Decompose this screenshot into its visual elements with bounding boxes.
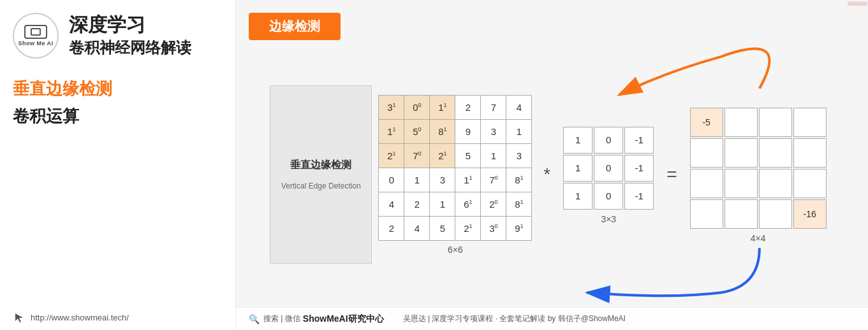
matrix-cell: 4 — [506, 95, 532, 119]
matrix-cell: 81 — [430, 119, 455, 143]
bottom-search: 搜索 | 微信 — [263, 313, 300, 324]
matrix-cell: 1 — [430, 192, 455, 216]
result-container: -5-16 4×4 — [689, 106, 828, 243]
matrix-cell: 1 — [404, 168, 430, 192]
result-cell — [690, 138, 723, 168]
matrix-cell: 70 — [481, 168, 506, 192]
matrix-cell: 81 — [506, 168, 532, 192]
result-cell — [690, 199, 723, 229]
kernel-cell: 1 — [563, 183, 592, 210]
result-cell — [759, 199, 792, 229]
matrix-cell: 20 — [481, 192, 506, 216]
kernel-cell: 1 — [563, 155, 592, 182]
matrix-cell: 2 — [379, 216, 404, 240]
kernel-cell: -1 — [624, 155, 654, 182]
result-cell — [759, 108, 792, 137]
desc-line1: 垂直边缘检测 — [290, 156, 351, 175]
matrix-cell: 4 — [404, 216, 430, 240]
kernel-label: 3×3 — [601, 214, 616, 224]
search-icon: 🔍 — [249, 314, 260, 324]
matrix-cell: 11 — [455, 168, 481, 192]
footer-link[interactable]: http://www.showmeai.tech/ — [13, 311, 223, 324]
matrix-6x6-label: 6×6 — [448, 245, 463, 255]
matrix-cell: 2 — [404, 192, 430, 216]
left-panel: Show Me AI 深度学习 卷积神经网络解读 垂直边缘检测 卷积运算 htt… — [0, 0, 236, 330]
matrix-6x6-container: 3100112741150819312170215130131170814216… — [378, 95, 532, 255]
result-cell — [690, 169, 723, 198]
kernel-cell: -1 — [624, 127, 654, 154]
result-cell: -16 — [793, 199, 827, 229]
matrix-cell: 3 — [481, 119, 506, 143]
matrix-cell: 70 — [404, 143, 430, 168]
cursor-icon — [13, 311, 26, 324]
matrix-cell: 5 — [455, 143, 481, 168]
matrix-cell: 21 — [455, 216, 481, 240]
label-convolution: 卷积运算 — [13, 105, 223, 127]
result-cell — [759, 169, 792, 198]
matrix-cell: 2 — [455, 95, 481, 119]
matrix-cell: 61 — [455, 192, 481, 216]
label-vertical-edge: 垂直边缘检测 — [13, 78, 223, 100]
result-cell — [725, 108, 758, 137]
title-sub: 卷积神经网络解读 — [69, 38, 191, 57]
section-labels: 垂直边缘检测 卷积运算 — [13, 78, 223, 127]
matrix-cell: 3 — [506, 143, 532, 168]
matrix-cell: 9 — [455, 119, 481, 143]
matrix-cell: 1 — [506, 119, 532, 143]
logo-icon — [24, 25, 47, 39]
bottom-bar: 🔍 搜索 | 微信 ShowMeAI研究中心 吴恩达 | 深度学习专项课程 · … — [236, 307, 868, 330]
result-cell — [725, 138, 758, 168]
matrix-cell: 5 — [430, 216, 455, 240]
result-label: 4×4 — [751, 233, 766, 243]
kernel-cell: 0 — [594, 155, 623, 182]
logo-text: Show Me AI — [18, 40, 53, 47]
result-cell — [725, 169, 758, 198]
logo-circle: Show Me AI — [13, 13, 59, 59]
desc-line2: Vertical Edge Detection — [281, 180, 361, 194]
multiply-operator: * — [538, 164, 555, 185]
kernel-cell: 0 — [594, 183, 623, 210]
main-area: 边缘检测 ShowMeAI 垂直边缘检测 Vertical Edge Detec… — [236, 0, 868, 330]
matrix-cell: 3 — [430, 168, 455, 192]
footer-url: http://www.showmeai.tech/ — [31, 313, 129, 322]
matrix-cell: 91 — [506, 216, 532, 240]
title-block: 深度学习 卷积神经网络解读 — [69, 13, 191, 57]
content-row: 垂直边缘检测 Vertical Edge Detection 310011274… — [236, 0, 868, 330]
top-badge: 边缘检测 — [249, 13, 341, 40]
kernel-cell: 1 — [563, 127, 592, 154]
matrix-cell: 21 — [379, 143, 404, 168]
result-cell — [759, 138, 792, 168]
kernel-container: 10-110-110-1 3×3 — [562, 126, 655, 224]
matrix-cell: 11 — [379, 119, 404, 143]
matrix-cell: 81 — [506, 192, 532, 216]
equals-operator: = — [661, 164, 682, 185]
bottom-brand: ShowMeAI研究中心 — [303, 313, 384, 325]
kernel-3x3: 10-110-110-1 — [562, 126, 655, 211]
result-cell: -5 — [690, 108, 723, 137]
matrix-cell: 0 — [379, 168, 404, 192]
matrix-cell: 11 — [430, 95, 455, 119]
matrix-cell: 4 — [379, 192, 404, 216]
result-4x4: -5-16 — [689, 106, 828, 230]
result-cell — [793, 138, 827, 168]
result-cell — [725, 199, 758, 229]
logo-area: Show Me AI 深度学习 卷积神经网络解读 — [13, 13, 223, 59]
matrix-cell: 50 — [404, 119, 430, 143]
kernel-cell: 0 — [594, 127, 623, 154]
matrix-cell: 1 — [481, 143, 506, 168]
title-main: 深度学习 — [69, 13, 191, 36]
matrix-cell: 21 — [430, 143, 455, 168]
result-cell — [793, 169, 827, 198]
desc-box: 垂直边缘检测 Vertical Edge Detection — [270, 85, 372, 264]
matrix-cell: 7 — [481, 95, 506, 119]
matrix-cell: 00 — [404, 95, 430, 119]
result-cell — [793, 108, 827, 137]
bottom-text: 吴恩达 | 深度学习专项课程 · 全套笔记解读 by 韩信子@ShowMeAI — [403, 313, 626, 324]
matrix-6x6: 3100112741150819312170215130131170814216… — [378, 95, 532, 241]
matrix-cell: 31 — [379, 95, 404, 119]
kernel-cell: -1 — [624, 183, 654, 210]
matrix-cell: 30 — [481, 216, 506, 240]
